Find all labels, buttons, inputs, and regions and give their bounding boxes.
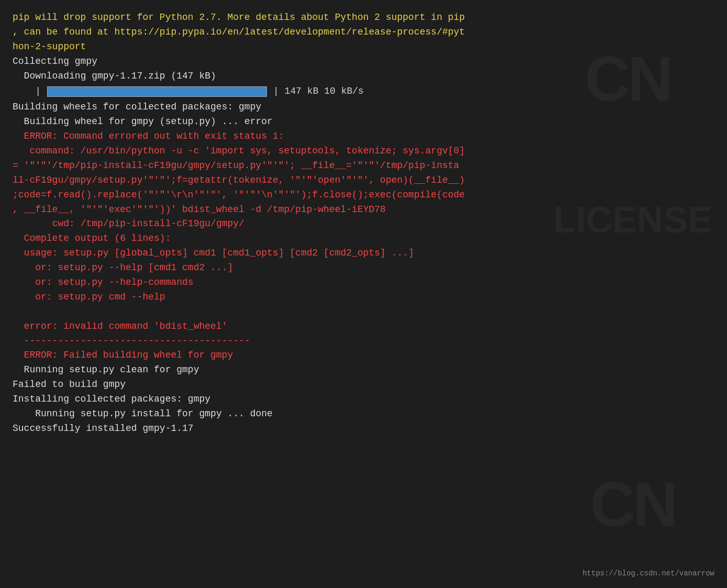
- output-line-26: Failed to build gmpy: [13, 378, 714, 392]
- output-line-24: ERROR: Failed building wheel for gmpy: [13, 348, 714, 363]
- output-line-7: Building wheels for collected packages: …: [13, 100, 714, 115]
- progress-bar: [47, 86, 267, 97]
- output-line-9: ERROR: Command errored out with exit sta…: [13, 129, 714, 144]
- output-line-12: ll-cF19gu/gmpy/setup.py'"'"';f=getattr(t…: [13, 173, 714, 188]
- output-line-15: cwd: /tmp/pip-install-cF19gu/gmpy/: [13, 217, 714, 231]
- output-line-20: or: setup.py cmd --help: [13, 290, 714, 305]
- output-line-22: error: invalid command 'bdist_wheel': [13, 319, 714, 334]
- footer-url: https://blog.csdn.net/vanarrow: [583, 568, 714, 580]
- output-line-14: , __file__, '"'"'exec'"'"'))' bdist_whee…: [13, 203, 714, 217]
- output-line-11: = '"'"'/tmp/pip-install-cF19gu/gmpy/setu…: [13, 159, 714, 173]
- output-line-29: Successfully installed gmpy-1.17: [13, 421, 714, 436]
- output-line-25: Running setup.py clean for gmpy: [13, 363, 714, 378]
- output-line-10: command: /usr/bin/python -u -c 'import s…: [13, 144, 714, 159]
- output-line-4: Collecting gmpy: [13, 54, 714, 69]
- output-line-8: Building wheel for gmpy (setup.py) ... e…: [13, 115, 714, 129]
- output-line-5: Downloading gmpy-1.17.zip (147 kB): [13, 69, 714, 84]
- output-line-16: Complete output (6 lines):: [13, 231, 714, 246]
- output-line-17: usage: setup.py [global_opts] cmd1 [cmd1…: [13, 246, 714, 261]
- output-line-28: Running setup.py install for gmpy ... do…: [13, 407, 714, 421]
- output-line-2: , can be found at https://pip.pypa.io/en…: [13, 25, 714, 40]
- output-line-18: or: setup.py --help [cmd1 cmd2 ...]: [13, 261, 714, 275]
- progress-bar-row: | | 147 kB 10 kB/s: [13, 84, 714, 99]
- terminal-output: pip will drop support for Python 2.7. Mo…: [13, 10, 714, 436]
- progress-label: | 147 kB 10 kB/s: [273, 84, 364, 99]
- output-line-21: [13, 305, 714, 319]
- output-line-1: pip will drop support for Python 2.7. Mo…: [13, 10, 714, 25]
- output-separator: ----------------------------------------: [13, 334, 714, 349]
- pipe-start: |: [35, 84, 41, 99]
- output-line-13: ;code=f.read().replace('"'"'\r\n'"'"', '…: [13, 188, 714, 203]
- output-line-27: Installing collected packages: gmpy: [13, 392, 714, 407]
- terminal-window: CN LICENSE CN pip will drop support for …: [0, 0, 727, 588]
- output-line-19: or: setup.py --help-commands: [13, 275, 714, 290]
- watermark-bottom: CN: [554, 452, 711, 557]
- output-line-3: hon-2-support: [13, 40, 714, 54]
